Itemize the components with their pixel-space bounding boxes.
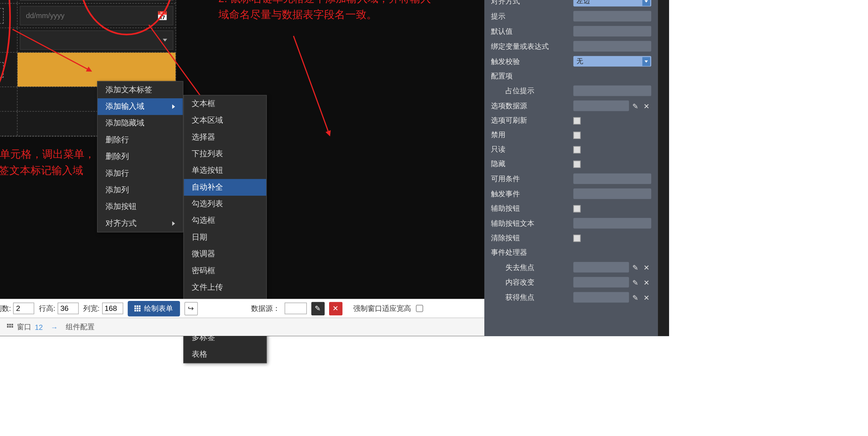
ctx-textarea[interactable]: 文本区域 bbox=[184, 112, 266, 129]
prop-input[interactable] bbox=[573, 188, 651, 199]
ctx-add-hidden[interactable]: 添加隐藏域 bbox=[98, 115, 183, 132]
ctx-checkbox[interactable]: 勾选框 bbox=[184, 212, 266, 229]
cols-input[interactable] bbox=[13, 302, 34, 314]
form-field-cell[interactable]: 📅 bbox=[18, 4, 176, 27]
ctx-spinner[interactable]: 微调器 bbox=[184, 246, 266, 262]
ctx-radio[interactable]: 单选按钮 bbox=[184, 162, 266, 179]
birthdate-input[interactable] bbox=[20, 6, 173, 26]
delete-datasource-button[interactable]: ✕ bbox=[329, 302, 342, 315]
prop-input[interactable] bbox=[573, 26, 651, 36]
svg-rect-13 bbox=[7, 326, 9, 328]
edit-datasource-button[interactable]: ✎ bbox=[311, 302, 324, 315]
prop-checkbox[interactable] bbox=[573, 117, 581, 124]
prop-row: 辅助按钮文本 bbox=[484, 215, 658, 231]
prop-checkbox[interactable] bbox=[573, 132, 581, 139]
ctx-autocomplete[interactable]: 自动补全 bbox=[184, 179, 266, 196]
form-toolbar: 行数: 列数: 行高: 列宽: 绘制表单 ↪ 数据源： ✎ ✕ 强制窗口适应宽高 bbox=[0, 299, 484, 318]
svg-rect-15 bbox=[11, 326, 13, 328]
ctx-file-upload[interactable]: 文件上传 bbox=[184, 279, 266, 296]
col-width-input[interactable] bbox=[102, 302, 123, 314]
prop-select[interactable]: 无 bbox=[573, 56, 651, 67]
form-field-cell[interactable] bbox=[18, 0, 176, 3]
edit-icon[interactable]: ✎ bbox=[632, 102, 640, 110]
prop-label: 禁用 bbox=[491, 130, 573, 140]
prop-label: 失去焦点 bbox=[491, 262, 573, 272]
prop-input[interactable] bbox=[573, 292, 629, 302]
svg-rect-1 bbox=[134, 305, 136, 307]
ctx-add-col[interactable]: 添加列 bbox=[98, 182, 183, 198]
ctx-checklist[interactable]: 勾选列表 bbox=[184, 196, 266, 212]
prop-input[interactable] bbox=[573, 277, 629, 288]
delete-icon[interactable]: ✕ bbox=[644, 263, 651, 271]
ctx-del-col[interactable]: 删除列 bbox=[98, 148, 183, 165]
chevron-down-icon bbox=[163, 38, 167, 41]
ctx-dropdown[interactable]: 下拉列表 bbox=[184, 146, 266, 162]
delete-icon[interactable]: ✕ bbox=[644, 278, 651, 286]
ctx-add-row[interactable]: 添加行 bbox=[98, 165, 183, 181]
ctx-table[interactable]: 表格 bbox=[184, 346, 266, 362]
prop-checkbox[interactable] bbox=[573, 205, 581, 212]
prop-row: 对齐方式左边 bbox=[484, 0, 658, 9]
prop-row: 默认值 bbox=[484, 24, 658, 39]
form-label-cell[interactable]: 性别 bbox=[0, 0, 18, 3]
row-height-input[interactable] bbox=[58, 302, 79, 314]
prop-checkbox[interactable] bbox=[573, 234, 581, 241]
datasource-input[interactable] bbox=[284, 302, 307, 314]
annotation-text-2: 2. 鼠标右键单元格逐个添加输入域，并将输入域命名尽量与数据表字段名一致。 bbox=[218, 0, 441, 23]
ctx-align[interactable]: 对齐方式 bbox=[98, 215, 183, 232]
prop-input[interactable] bbox=[573, 173, 651, 184]
svg-rect-10 bbox=[7, 324, 9, 326]
delete-icon[interactable]: ✕ bbox=[644, 293, 651, 301]
prop-label: 提示 bbox=[491, 11, 573, 21]
prop-row: 获得焦点✎✕ bbox=[484, 290, 658, 305]
draw-form-button[interactable]: 绘制表单 bbox=[127, 301, 180, 316]
prop-label: 事件处理器 bbox=[491, 248, 573, 258]
ctx-add-input[interactable]: 添加输入域 bbox=[98, 98, 183, 115]
form-label-cell[interactable]: 籍贯 bbox=[0, 28, 18, 52]
prop-select[interactable]: 左边 bbox=[573, 0, 651, 6]
prop-input[interactable] bbox=[573, 100, 629, 111]
prop-input[interactable] bbox=[573, 41, 651, 52]
form-label-cell[interactable]: 家庭住址 bbox=[0, 53, 18, 87]
force-window-checkbox[interactable] bbox=[415, 305, 423, 312]
prop-row: 只读 bbox=[484, 142, 658, 157]
prop-label: 绑定变量或表达式 bbox=[491, 41, 573, 51]
prop-input[interactable] bbox=[573, 262, 629, 272]
origin-select[interactable] bbox=[20, 30, 173, 50]
form-field-cell[interactable] bbox=[18, 28, 176, 52]
chevron-right-icon bbox=[172, 104, 175, 109]
ctx-picker[interactable]: 选择器 bbox=[184, 129, 266, 145]
calendar-icon[interactable]: 📅 bbox=[157, 10, 168, 21]
svg-rect-14 bbox=[9, 326, 11, 328]
ctx-password[interactable]: 密码框 bbox=[184, 263, 266, 279]
prop-input[interactable] bbox=[573, 86, 651, 96]
ctx-del-row[interactable]: 删除行 bbox=[98, 132, 183, 148]
form-label-cell[interactable]: 出生日期 bbox=[0, 4, 18, 27]
gender-select[interactable] bbox=[20, 0, 173, 1]
prop-row: 提示 bbox=[484, 9, 658, 24]
svg-rect-8 bbox=[136, 310, 138, 312]
svg-rect-11 bbox=[9, 324, 11, 326]
edit-icon[interactable]: ✎ bbox=[632, 278, 640, 286]
redo-button[interactable]: ↪ bbox=[184, 302, 197, 315]
ctx-add-label[interactable]: 添加文本标签 bbox=[98, 82, 183, 98]
prop-checkbox[interactable] bbox=[573, 161, 581, 168]
delete-icon[interactable]: ✕ bbox=[644, 102, 651, 110]
prop-row: 清除按钮 bbox=[484, 231, 658, 245]
prop-label: 占位提示 bbox=[491, 86, 573, 95]
prop-input[interactable] bbox=[573, 11, 651, 21]
breadcrumb-window[interactable]: 窗口 12 bbox=[7, 322, 43, 332]
svg-rect-12 bbox=[11, 324, 13, 326]
prop-label: 获得焦点 bbox=[491, 292, 573, 302]
ctx-add-button[interactable]: 添加按钮 bbox=[98, 198, 183, 215]
force-window-label: 强制窗口适应宽高 bbox=[353, 303, 411, 313]
edit-icon[interactable]: ✎ bbox=[632, 293, 640, 301]
prop-checkbox[interactable] bbox=[573, 146, 581, 153]
prop-label: 选项数据源 bbox=[491, 101, 573, 111]
prop-label: 清除按钮 bbox=[491, 233, 573, 243]
edit-icon[interactable]: ✎ bbox=[632, 263, 640, 271]
ctx-date[interactable]: 日期 bbox=[184, 229, 266, 246]
arrow-right-icon: → bbox=[51, 323, 58, 331]
ctx-text[interactable]: 文本框 bbox=[184, 95, 266, 112]
prop-input[interactable] bbox=[573, 218, 651, 229]
